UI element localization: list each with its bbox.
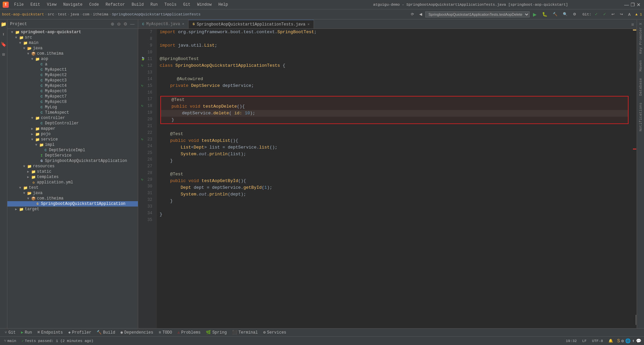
tree-templates[interactable]: ▶ 📁 templates: [7, 174, 138, 180]
tree-file-a[interactable]: C a: [7, 62, 138, 67]
git-back-button[interactable]: ↩: [609, 11, 616, 17]
menu-run[interactable]: Run: [147, 1, 161, 8]
breadcrumb-part-2[interactable]: src: [48, 12, 54, 16]
status-cursor[interactable]: 19:32: [565, 339, 578, 343]
tree-myaspect8[interactable]: C MyAspect8: [7, 99, 138, 105]
tab-myaspect8[interactable]: C MyAspect8.java ×: [138, 20, 189, 28]
debug-button[interactable]: 🐛: [540, 11, 549, 17]
tree-src[interactable]: ▼ 📁 src: [7, 35, 138, 40]
tree-myaspect2[interactable]: C MyAspect2: [7, 72, 138, 78]
bottom-tab-todo[interactable]: ≡ TODO: [156, 330, 175, 336]
breadcrumb-part-4[interactable]: java: [70, 12, 79, 16]
tree-myaspect7[interactable]: C MyAspect7: [7, 94, 138, 99]
tree-deptcontroller[interactable]: C DeptController: [7, 121, 138, 126]
bottom-tab-profiler[interactable]: ◈ Profiler: [66, 329, 94, 336]
tab-close-active-icon[interactable]: ×: [308, 22, 310, 26]
bookmarks-icon[interactable]: 🔖: [0, 41, 7, 48]
tree-myaspect4[interactable]: C MyAspect4: [7, 83, 138, 89]
tree-myaspect1[interactable]: C MyAspect1: [7, 67, 138, 72]
menu-refactor[interactable]: Refactor: [102, 1, 128, 8]
scrollbar-thumb[interactable]: [636, 315, 636, 325]
tree-service[interactable]: ▼ 📁 service: [7, 137, 138, 142]
tree-myaspect6[interactable]: C MyAspect6: [7, 89, 138, 94]
tree-aop[interactable]: ▼ 📁 aop: [7, 56, 138, 62]
tab-list-button[interactable]: ≡: [629, 20, 637, 28]
tree-test-java[interactable]: ▼ 📂 java: [7, 190, 138, 196]
tree-root[interactable]: ▼ 📁 springboot-aop-quickstart: [7, 30, 138, 35]
tree-pojo[interactable]: ▶ 📁 pojo: [7, 131, 138, 137]
tree-application-yml[interactable]: ⚙ application.yml: [7, 180, 138, 185]
status-encoding[interactable]: UTF-8: [591, 339, 604, 343]
tree-deptservice[interactable]: I DeptService: [7, 153, 138, 158]
bottom-tab-dependencies[interactable]: ◉ Dependencies: [118, 329, 156, 336]
tree-deptserviceimpl[interactable]: C DeptServiceImpl: [7, 148, 138, 153]
bottom-tab-git[interactable]: ⑂ Git: [2, 330, 18, 336]
structure-icon[interactable]: ⊞: [0, 51, 7, 58]
menu-tools[interactable]: Tools: [161, 1, 180, 8]
tree-impl[interactable]: ▼ 📁 impl: [7, 142, 138, 148]
run-config-select[interactable]: SpringbootAopQuickstart1ApplicationTests…: [425, 11, 530, 17]
tree-timeaspect[interactable]: C TimeAspect: [7, 110, 138, 115]
status-git[interactable]: ⑂ main: [3, 339, 17, 343]
tree-java[interactable]: ▼ 📂 java: [7, 46, 138, 51]
bottom-tab-build[interactable]: 🔨 Build: [94, 329, 118, 336]
tree-mylog[interactable]: C MyLog: [7, 105, 138, 110]
menu-view[interactable]: View: [44, 1, 60, 8]
tree-target[interactable]: ▶ 📁 target: [7, 207, 138, 212]
breadcrumb-part-6[interactable]: itheima: [93, 12, 108, 16]
menu-git[interactable]: Git: [180, 1, 194, 8]
notifications-tab[interactable]: Notifications: [637, 99, 644, 135]
menu-code[interactable]: Code: [86, 1, 102, 8]
tree-resources[interactable]: ▼ 📁 resources: [7, 164, 138, 169]
settings-button[interactable]: ⚙: [571, 11, 578, 17]
tree-static[interactable]: ▶ 📁 static: [7, 169, 138, 174]
close-button[interactable]: ✕: [636, 2, 641, 7]
tab-springboot-tests[interactable]: G SpringbootAopQuickstart1ApplicationTes…: [189, 20, 314, 28]
status-notifications[interactable]: 🔔: [607, 339, 614, 343]
menu-file[interactable]: File: [11, 1, 27, 8]
git-check-button[interactable]: ✓: [593, 11, 600, 17]
menu-navigate[interactable]: Navigate: [60, 1, 86, 8]
tree-test[interactable]: ▼ 📁 test: [7, 185, 138, 190]
breadcrumb-part-3[interactable]: test: [58, 12, 66, 16]
search-everywhere-button[interactable]: 🔍: [561, 11, 570, 17]
panel-collapse-button[interactable]: ⊖: [116, 21, 121, 27]
git-forward-button[interactable]: ↪: [618, 11, 625, 17]
database-tab[interactable]: Database: [637, 75, 644, 99]
menu-window[interactable]: Window: [194, 1, 215, 8]
back-button[interactable]: ◀: [417, 11, 424, 17]
bottom-tab-run[interactable]: ▶ Run: [18, 329, 35, 336]
bottom-tab-services[interactable]: ⚙ Services: [261, 329, 289, 336]
breadcrumb-part-7[interactable]: SpringbootAopQuickstart1ApplicationTests: [112, 12, 201, 16]
status-linesep[interactable]: LF: [581, 339, 588, 343]
bottom-tab-endpoints[interactable]: ⌘ Endpoints: [35, 329, 65, 336]
maven-tab[interactable]: Maven: [637, 57, 644, 75]
build-button[interactable]: 🔨: [551, 11, 559, 17]
tree-main[interactable]: ▼ 📁 main: [7, 40, 138, 46]
breadcrumb-part-5[interactable]: com: [83, 12, 89, 16]
menu-build[interactable]: Build: [128, 1, 147, 8]
run-button[interactable]: ▶: [531, 11, 539, 18]
menu-help[interactable]: Help: [215, 1, 231, 8]
project-icon[interactable]: 📁: [0, 21, 7, 27]
git-check2-button[interactable]: ✓: [601, 11, 608, 17]
bottom-tab-terminal[interactable]: ⬛ Terminal: [229, 329, 261, 336]
tree-springboot-app[interactable]: G SpringbootAopQuickstartApplication: [7, 158, 138, 164]
status-run-result[interactable]: ✓ Tests passed: 1 (2 minutes ago): [20, 339, 95, 343]
minimize-button[interactable]: —: [624, 2, 629, 7]
tree-test-class[interactable]: G SpringbootAopQuickstart1Application: [7, 201, 138, 207]
vcs-update-button[interactable]: ⟳: [409, 11, 416, 17]
maximize-button[interactable]: ❐: [630, 2, 635, 7]
tree-myaspect3[interactable]: C MyAspect3: [7, 78, 138, 83]
tree-test-com-itheima[interactable]: ▼ 📦 com.itheima: [7, 196, 138, 201]
tree-mapper[interactable]: ▶ 📁 mapper: [7, 126, 138, 131]
tab-close-icon[interactable]: ×: [182, 22, 184, 26]
panel-expand-button[interactable]: ⊕: [110, 21, 115, 27]
tree-com-itheima[interactable]: ▼ 📦 com.itheima: [7, 51, 138, 56]
commit-icon[interactable]: ⬆: [0, 31, 7, 38]
panel-settings-button[interactable]: ⚙: [123, 21, 128, 27]
bottom-tab-problems[interactable]: ⚠ Problems: [175, 329, 203, 336]
menu-edit[interactable]: Edit: [27, 1, 44, 8]
tree-controller[interactable]: ▼ 📁 controller: [7, 115, 138, 121]
git-translate-button[interactable]: A: [626, 12, 633, 17]
